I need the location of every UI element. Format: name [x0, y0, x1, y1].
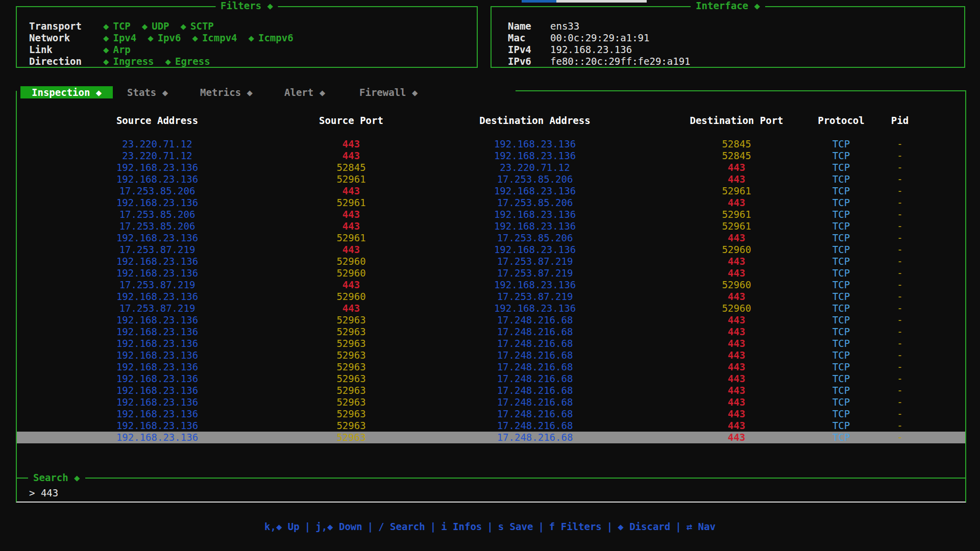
destination-port: 443 — [665, 432, 808, 443]
table-row[interactable]: 17.253.85.206443192.168.23.13652961TCP- — [17, 185, 965, 197]
destination-address: 192.168.23.136 — [405, 244, 665, 256]
protocol: TCP — [808, 267, 874, 279]
table-row[interactable]: 192.168.23.1365296317.248.216.68443TCP- — [17, 396, 965, 408]
table-row[interactable]: 192.168.23.1365296317.248.216.68443TCP- — [17, 361, 965, 373]
table-row[interactable]: 192.168.23.1365296317.248.216.68443TCP- — [17, 349, 965, 361]
protocol: TCP — [808, 432, 874, 443]
source-address: 192.168.23.136 — [17, 361, 298, 373]
pid: - — [874, 420, 925, 432]
protocol: TCP — [808, 408, 874, 420]
filter-option-tcp[interactable]: ◆TCP — [103, 20, 131, 32]
table-row[interactable]: 23.220.71.12443192.168.23.13652845TCP- — [17, 150, 965, 162]
helpbar-action-filters: Filters — [561, 521, 602, 532]
destination-port: 443 — [665, 256, 808, 267]
keybinding-help-bar: k,◆ Up|j,◆ Down|/ Search|i Infos|s Save|… — [0, 520, 980, 533]
filter-group-link: Link◆Arp — [17, 44, 477, 56]
filter-option-ipv6[interactable]: ◆Ipv6 — [148, 32, 181, 44]
table-row[interactable]: 192.168.23.1365296317.248.216.68443TCP- — [17, 385, 965, 396]
interface-field-label: Name — [508, 20, 550, 32]
table-row[interactable]: 23.220.71.12443192.168.23.13652845TCP- — [17, 138, 965, 150]
helpbar-action-nav: Nav — [698, 521, 716, 532]
source-address: 192.168.23.136 — [17, 162, 298, 173]
filter-option-ingress[interactable]: ◆Ingress — [103, 56, 154, 67]
source-port: 52963 — [298, 385, 405, 396]
source-port: 443 — [298, 150, 405, 162]
pid: - — [874, 267, 925, 279]
destination-address: 17.248.216.68 — [405, 396, 665, 408]
helpbar-key-up: k,◆ — [264, 521, 288, 532]
table-row[interactable]: 192.168.23.1365296117.253.85.206443TCP- — [17, 232, 965, 244]
destination-port: 52845 — [665, 150, 808, 162]
filter-option-sctp[interactable]: ◆SCTP — [181, 20, 214, 32]
table-row[interactable]: 17.253.85.206443192.168.23.13652961TCP- — [17, 220, 965, 232]
table-row[interactable]: 17.253.87.219443192.168.23.13652960TCP- — [17, 244, 965, 256]
destination-address: 192.168.23.136 — [405, 185, 665, 197]
diamond-icon: ◆ — [103, 56, 109, 67]
protocol: TCP — [808, 420, 874, 432]
table-row[interactable]: 192.168.23.1365296317.248.216.68443TCP- — [17, 373, 965, 385]
table-row[interactable]: 192.168.23.1365296117.253.85.206443TCP- — [17, 197, 965, 209]
source-port: 52960 — [298, 256, 405, 267]
pid: - — [874, 338, 925, 349]
interface-field-name: Nameens33 — [492, 20, 964, 32]
source-address: 192.168.23.136 — [17, 373, 298, 385]
search-input[interactable]: > 443 — [29, 487, 58, 499]
table-row[interactable]: 192.168.23.1365284523.220.71.12443TCP- — [17, 162, 965, 173]
filter-option-icmpv6[interactable]: ◆Icmpv6 — [249, 32, 293, 44]
table-row[interactable]: 192.168.23.1365296017.253.87.219443TCP- — [17, 256, 965, 267]
interface-field-mac: Mac00:0c:29:29:a1:91 — [492, 32, 964, 44]
diamond-icon: ◆ — [74, 472, 80, 483]
pid: - — [874, 256, 925, 267]
source-port: 52963 — [298, 408, 405, 420]
table-row[interactable]: 192.168.23.1365296117.253.85.206443TCP- — [17, 173, 965, 185]
table-row[interactable]: 17.253.87.219443192.168.23.13652960TCP- — [17, 303, 965, 314]
table-row[interactable]: 17.253.87.219443192.168.23.13652960TCP- — [17, 279, 965, 291]
filter-option-ipv4[interactable]: ◆Ipv4 — [103, 32, 136, 44]
helpbar-separator: | — [300, 521, 315, 532]
interface-field-label: Mac — [508, 32, 550, 44]
filter-option-icmpv4[interactable]: ◆Icmpv4 — [192, 32, 237, 44]
filter-option-egress[interactable]: ◆Egress — [165, 56, 210, 67]
destination-port: 52960 — [665, 303, 808, 314]
destination-port: 52961 — [665, 220, 808, 232]
table-row-selected[interactable]: 192.168.23.1365296317.248.216.68443TCP- — [17, 432, 965, 443]
destination-port: 52961 — [665, 209, 808, 220]
protocol: TCP — [808, 279, 874, 291]
interface-field-value: 00:0c:29:29:a1:91 — [550, 32, 649, 44]
filter-group-network: Network◆Ipv4◆Ipv6◆Icmpv4◆Icmpv6 — [17, 32, 477, 44]
diamond-icon: ◆ — [249, 32, 254, 43]
table-row[interactable]: 192.168.23.1365296317.248.216.68443TCP- — [17, 338, 965, 349]
table-row[interactable]: 192.168.23.1365296317.248.216.68443TCP- — [17, 420, 965, 432]
destination-address: 17.253.87.219 — [405, 256, 665, 267]
destination-port: 443 — [665, 232, 808, 244]
search-box-title: Search ◆ — [28, 472, 85, 484]
pid: - — [874, 209, 925, 220]
source-address: 17.253.87.219 — [17, 279, 298, 291]
source-address: 192.168.23.136 — [17, 326, 298, 338]
destination-address: 192.168.23.136 — [405, 303, 665, 314]
column-header: Source Address — [17, 115, 298, 127]
table-row[interactable]: 192.168.23.1365296317.248.216.68443TCP- — [17, 326, 965, 338]
search-prompt: > — [29, 487, 35, 498]
helpbar-separator: | — [482, 521, 498, 532]
table-row[interactable]: 192.168.23.1365296017.253.87.219443TCP- — [17, 291, 965, 303]
search-box-border — [17, 478, 965, 479]
pid: - — [874, 244, 925, 256]
table-row[interactable]: 192.168.23.1365296317.248.216.68443TCP- — [17, 314, 965, 326]
table-row[interactable]: 192.168.23.1365296017.253.87.219443TCP- — [17, 267, 965, 279]
protocol: TCP — [808, 361, 874, 373]
protocol: TCP — [808, 349, 874, 361]
destination-port: 443 — [665, 385, 808, 396]
helpbar-key-discard: ◆ — [618, 521, 629, 532]
protocol: TCP — [808, 173, 874, 185]
source-port: 52960 — [298, 291, 405, 303]
filter-option-arp[interactable]: ◆Arp — [103, 44, 131, 56]
table-row[interactable]: 17.253.85.206443192.168.23.13652961TCP- — [17, 209, 965, 220]
source-port: 52961 — [298, 232, 405, 244]
pid: - — [874, 232, 925, 244]
destination-address: 192.168.23.136 — [405, 279, 665, 291]
column-header: Pid — [874, 115, 925, 127]
destination-port: 443 — [665, 420, 808, 432]
table-row[interactable]: 192.168.23.1365296317.248.216.68443TCP- — [17, 408, 965, 420]
filter-option-udp[interactable]: ◆UDP — [142, 20, 169, 32]
